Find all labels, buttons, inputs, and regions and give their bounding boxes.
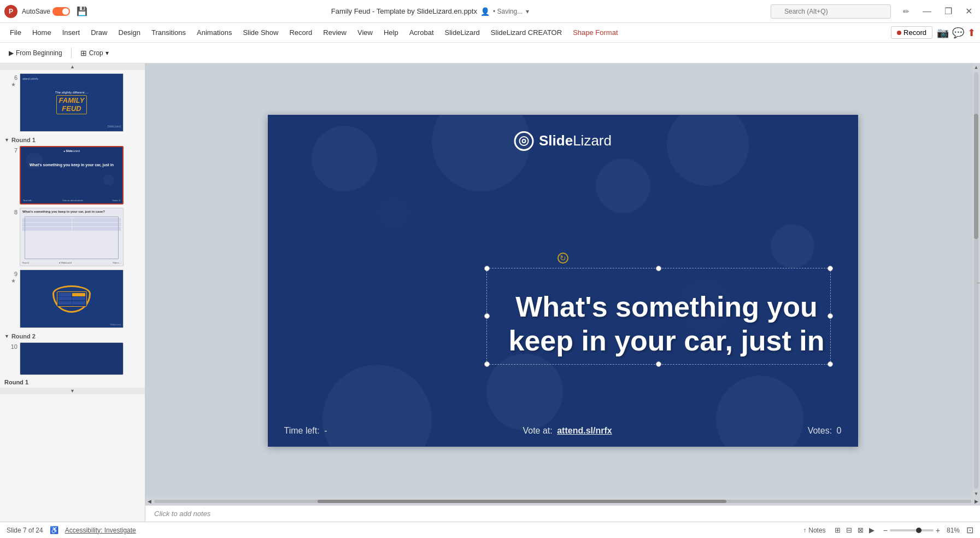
menu-insert[interactable]: Insert xyxy=(57,26,86,39)
slide-number-6: 6 xyxy=(9,73,17,81)
menu-icon-3[interactable]: ⬆ xyxy=(967,27,976,39)
menu-transitions[interactable]: Transitions xyxy=(146,26,191,39)
title-bar: P AutoSave 💾 Family Feud - Template by S… xyxy=(0,0,980,23)
save-icon[interactable]: 💾 xyxy=(74,5,90,17)
pen-icon[interactable]: ✏ xyxy=(900,6,913,17)
panel-scroll-down[interactable]: ▼ xyxy=(0,388,145,394)
main-area: ▲ 6 ★ attend.sl/nrfx The slightly differ… xyxy=(0,63,980,522)
crop-label: Crop xyxy=(89,49,103,57)
crop-button[interactable]: ⊞ Crop ▾ xyxy=(76,46,113,60)
canvas-vscrollbar[interactable]: ▲ ▼ ─ xyxy=(972,63,980,498)
view-grid[interactable]: ⊟ xyxy=(844,525,854,535)
search-container: 🔍 xyxy=(771,4,891,19)
view-normal[interactable]: ⊞ xyxy=(832,525,843,535)
record-button[interactable]: Record xyxy=(891,26,932,39)
vote-label: Vote at: xyxy=(523,426,552,435)
menu-draw[interactable]: Draw xyxy=(85,26,113,39)
votes-count: Votes: 0 xyxy=(808,426,842,436)
menu-slideshow[interactable]: Slide Show xyxy=(237,26,284,39)
slide-item-8[interactable]: 8 What's something you keep in your car,… xyxy=(0,206,145,268)
hscroll-track xyxy=(154,500,971,503)
vscroll-up[interactable]: ▲ xyxy=(972,63,980,71)
saving-dropdown[interactable]: ▾ xyxy=(526,8,529,15)
zoom-control: − + 81% xyxy=(883,526,960,535)
handle-tl[interactable] xyxy=(484,266,490,271)
view-reading[interactable]: ⊠ xyxy=(855,525,866,535)
handle-tm[interactable] xyxy=(656,266,661,271)
notes-button[interactable]: ↑ Notes xyxy=(803,527,825,534)
restore-button[interactable]: ❐ xyxy=(941,5,955,17)
menu-file[interactable]: File xyxy=(4,26,27,39)
menu-view[interactable]: View xyxy=(352,26,378,39)
autosave-label: AutoSave xyxy=(22,8,50,15)
fit-button[interactable]: ⊡ xyxy=(966,525,973,535)
menu-slidelizard-creator[interactable]: SlideLizard CREATOR xyxy=(485,26,567,39)
time-left-value: - xyxy=(324,426,327,435)
round1-header[interactable]: ▼ Round 1 xyxy=(0,133,145,144)
slide-canvas[interactable]: SlideLizard ↻ xyxy=(268,115,858,447)
menu-acrobat[interactable]: Acrobat xyxy=(404,26,439,39)
vscroll-center-btn[interactable]: ─ xyxy=(977,280,980,285)
accessibility-icon: ♿ xyxy=(50,526,58,534)
round2-header[interactable]: ▼ Round 2 xyxy=(0,330,145,341)
from-beginning-button[interactable]: ▶ From Beginning xyxy=(4,47,67,59)
slide-number-8: 8 xyxy=(9,208,17,215)
time-left: Time left: - xyxy=(284,426,327,436)
notes-area[interactable]: Click to add notes xyxy=(145,505,980,522)
minimize-button[interactable]: — xyxy=(919,5,935,17)
toolbar: ▶ From Beginning ⊞ Crop ▾ xyxy=(0,43,980,63)
notes-label: Notes xyxy=(808,527,825,534)
menu-icon-2[interactable]: 💬 xyxy=(952,27,964,39)
menu-design[interactable]: Design xyxy=(113,26,146,39)
vscroll-thumb[interactable] xyxy=(974,114,978,239)
round2-chevron: ▼ xyxy=(4,334,9,339)
slide-thumb-7[interactable]: ● SlideLizard What's something you keep … xyxy=(20,146,124,204)
slide-panel: ▲ 6 ★ attend.sl/nrfx The slightly differ… xyxy=(0,63,145,522)
menu-slidelizard[interactable]: SlideLizard xyxy=(439,26,485,39)
question-text[interactable]: What's something you keep in your car, j… xyxy=(508,290,825,358)
slide-item-6[interactable]: 6 ★ attend.sl/nrfx The slightly differen… xyxy=(0,70,145,133)
menu-record[interactable]: Record xyxy=(284,26,318,39)
view-buttons: ⊞ ⊟ ⊠ ▶ xyxy=(832,525,877,535)
slide-item-9[interactable]: 9 ★ SlideL xyxy=(0,268,145,330)
menu-home[interactable]: Home xyxy=(27,26,57,39)
slide-logo: SlideLizard xyxy=(514,131,612,151)
slide-item-7[interactable]: 7 ● SlideLizard What's something you kee… xyxy=(0,144,145,206)
notes-icon: ↑ xyxy=(803,527,806,534)
filename-area: Family Feud - Template by SlideLizard.en… xyxy=(94,7,766,16)
zoom-thumb[interactable] xyxy=(916,528,922,533)
hscroll-right[interactable]: ▶ xyxy=(972,498,980,505)
logo-light: Lizard xyxy=(573,132,612,149)
slide-thumb-9[interactable]: SlideLizard xyxy=(20,270,124,328)
menu-icon-1[interactable]: 📷 xyxy=(937,27,949,39)
view-slide[interactable]: ▶ xyxy=(867,525,877,535)
search-input[interactable] xyxy=(771,4,891,19)
menu-shape-format[interactable]: Shape Format xyxy=(567,26,623,39)
slide-thumb-10[interactable] xyxy=(20,342,124,375)
zoom-in[interactable]: + xyxy=(936,526,940,535)
autosave-toggle[interactable] xyxy=(52,7,70,16)
handle-br[interactable] xyxy=(828,361,833,367)
rotate-handle[interactable]: ↻ xyxy=(558,253,568,264)
zoom-out[interactable]: − xyxy=(883,526,888,535)
menu-help[interactable]: Help xyxy=(378,26,404,39)
handle-bm[interactable] xyxy=(656,361,661,367)
slide-thumb-8[interactable]: What's something you keep in your car, j… xyxy=(20,208,124,266)
slide-star-6: ★ xyxy=(11,81,16,87)
handle-mr[interactable] xyxy=(828,313,833,319)
accessibility-label[interactable]: Accessibility: Investigate xyxy=(65,527,136,534)
vscroll-down[interactable]: ▼ xyxy=(972,490,980,498)
panel-scroll-up[interactable]: ▲ xyxy=(0,63,145,70)
handle-bl[interactable] xyxy=(484,361,490,367)
menu-review[interactable]: Review xyxy=(318,26,352,39)
close-button[interactable]: ✕ xyxy=(962,5,976,17)
handle-ml[interactable] xyxy=(484,313,490,319)
menu-animations[interactable]: Animations xyxy=(191,26,237,39)
hscroll-thumb[interactable] xyxy=(318,500,726,503)
zoom-slider[interactable] xyxy=(890,529,934,531)
hscroll-left[interactable]: ◀ xyxy=(145,498,153,505)
canvas-area: SlideLizard ↻ xyxy=(145,63,980,522)
handle-tr[interactable] xyxy=(828,266,833,271)
slide-thumb-6[interactable]: attend.sl/nrfx The slightly different ..… xyxy=(20,73,124,132)
slide-item-10[interactable]: 10 xyxy=(0,341,145,377)
